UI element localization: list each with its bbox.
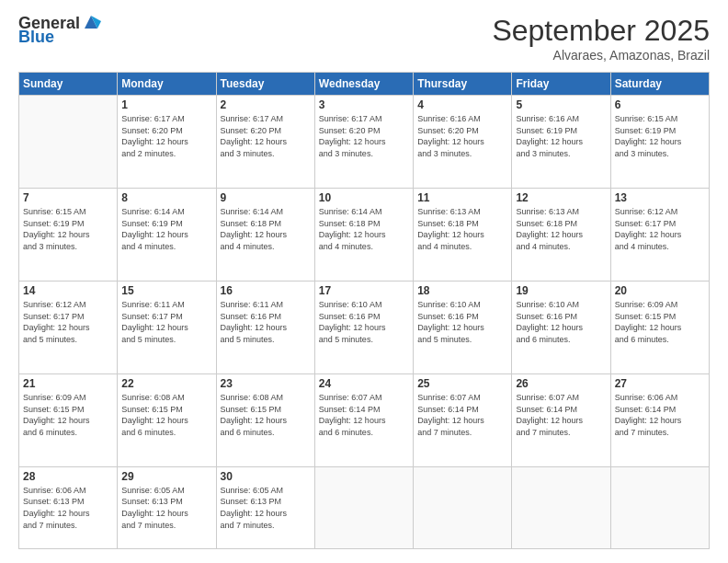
day-info: Sunrise: 6:14 AM Sunset: 6:18 PM Dayligh…: [221, 206, 311, 252]
day-number: 22: [121, 377, 211, 390]
table-row: 4Sunrise: 6:16 AM Sunset: 6:20 PM Daylig…: [414, 96, 512, 189]
day-number: 15: [121, 284, 211, 297]
col-tuesday: Tuesday: [216, 73, 314, 96]
table-row: 22Sunrise: 6:08 AM Sunset: 6:15 PM Dayli…: [118, 373, 216, 466]
logo-icon: [81, 12, 101, 32]
day-info: Sunrise: 6:06 AM Sunset: 6:13 PM Dayligh…: [23, 485, 113, 531]
day-info: Sunrise: 6:14 AM Sunset: 6:19 PM Dayligh…: [121, 206, 211, 252]
day-number: 24: [319, 377, 409, 390]
day-info: Sunrise: 6:15 AM Sunset: 6:19 PM Dayligh…: [23, 206, 113, 252]
table-row: 15Sunrise: 6:11 AM Sunset: 6:17 PM Dayli…: [118, 281, 216, 373]
subtitle: Alvaraes, Amazonas, Brazil: [492, 48, 710, 63]
table-row: 25Sunrise: 6:07 AM Sunset: 6:14 PM Dayli…: [414, 373, 512, 466]
day-info: Sunrise: 6:09 AM Sunset: 6:15 PM Dayligh…: [23, 392, 113, 438]
table-row: 26Sunrise: 6:07 AM Sunset: 6:14 PM Dayli…: [512, 373, 610, 466]
col-sunday: Sunday: [19, 73, 118, 96]
day-number: 13: [615, 191, 705, 204]
col-saturday: Saturday: [610, 73, 709, 96]
day-info: Sunrise: 6:10 AM Sunset: 6:16 PM Dayligh…: [319, 299, 409, 345]
day-number: 7: [23, 191, 113, 204]
day-info: Sunrise: 6:17 AM Sunset: 6:20 PM Dayligh…: [121, 113, 211, 159]
day-number: 30: [221, 470, 311, 483]
day-info: Sunrise: 6:12 AM Sunset: 6:17 PM Dayligh…: [615, 206, 705, 252]
col-thursday: Thursday: [414, 73, 512, 96]
table-row: 11Sunrise: 6:13 AM Sunset: 6:18 PM Dayli…: [414, 188, 512, 281]
month-title: September 2025: [492, 14, 710, 48]
table-row: 7Sunrise: 6:15 AM Sunset: 6:19 PM Daylig…: [19, 188, 118, 281]
day-info: Sunrise: 6:15 AM Sunset: 6:19 PM Dayligh…: [615, 113, 705, 159]
day-number: 14: [23, 284, 113, 297]
day-info: Sunrise: 6:14 AM Sunset: 6:18 PM Dayligh…: [319, 206, 409, 252]
day-info: Sunrise: 6:13 AM Sunset: 6:18 PM Dayligh…: [417, 206, 507, 252]
table-row: [414, 466, 512, 548]
table-row: [19, 96, 118, 189]
table-row: 29Sunrise: 6:05 AM Sunset: 6:13 PM Dayli…: [118, 466, 216, 548]
table-row: 1Sunrise: 6:17 AM Sunset: 6:20 PM Daylig…: [118, 96, 216, 189]
day-info: Sunrise: 6:12 AM Sunset: 6:17 PM Dayligh…: [23, 299, 113, 345]
table-row: 30Sunrise: 6:05 AM Sunset: 6:13 PM Dayli…: [216, 466, 314, 548]
table-row: 20Sunrise: 6:09 AM Sunset: 6:15 PM Dayli…: [610, 281, 709, 373]
day-number: 17: [319, 284, 409, 297]
day-info: Sunrise: 6:11 AM Sunset: 6:17 PM Dayligh…: [121, 299, 211, 345]
col-wednesday: Wednesday: [314, 73, 413, 96]
day-number: 11: [417, 191, 507, 204]
table-row: 8Sunrise: 6:14 AM Sunset: 6:19 PM Daylig…: [118, 188, 216, 281]
table-row: 23Sunrise: 6:08 AM Sunset: 6:15 PM Dayli…: [216, 373, 314, 466]
day-number: 1: [121, 98, 211, 111]
table-row: 16Sunrise: 6:11 AM Sunset: 6:16 PM Dayli…: [216, 281, 314, 373]
day-info: Sunrise: 6:07 AM Sunset: 6:14 PM Dayligh…: [417, 392, 507, 438]
col-friday: Friday: [512, 73, 610, 96]
logo-blue: Blue: [18, 28, 54, 47]
table-row: 10Sunrise: 6:14 AM Sunset: 6:18 PM Dayli…: [314, 188, 413, 281]
table-row: [610, 466, 709, 548]
day-info: Sunrise: 6:07 AM Sunset: 6:14 PM Dayligh…: [516, 392, 606, 438]
table-row: 13Sunrise: 6:12 AM Sunset: 6:17 PM Dayli…: [610, 188, 709, 281]
day-info: Sunrise: 6:16 AM Sunset: 6:19 PM Dayligh…: [516, 113, 606, 159]
day-number: 23: [221, 377, 311, 390]
day-number: 25: [417, 377, 507, 390]
table-row: 5Sunrise: 6:16 AM Sunset: 6:19 PM Daylig…: [512, 96, 610, 189]
page: General Blue September 2025 Alvaraes, Am…: [0, 0, 728, 563]
day-number: 16: [221, 284, 311, 297]
day-number: 9: [221, 191, 311, 204]
day-number: 12: [516, 191, 606, 204]
day-number: 5: [516, 98, 606, 111]
day-info: Sunrise: 6:06 AM Sunset: 6:14 PM Dayligh…: [615, 392, 705, 438]
table-row: 28Sunrise: 6:06 AM Sunset: 6:13 PM Dayli…: [19, 466, 118, 548]
day-info: Sunrise: 6:05 AM Sunset: 6:13 PM Dayligh…: [221, 485, 311, 531]
table-row: 6Sunrise: 6:15 AM Sunset: 6:19 PM Daylig…: [610, 96, 709, 189]
table-row: 14Sunrise: 6:12 AM Sunset: 6:17 PM Dayli…: [19, 281, 118, 373]
day-number: 18: [417, 284, 507, 297]
table-row: [512, 466, 610, 548]
day-info: Sunrise: 6:17 AM Sunset: 6:20 PM Dayligh…: [221, 113, 311, 159]
day-number: 8: [121, 191, 211, 204]
day-number: 19: [516, 284, 606, 297]
day-info: Sunrise: 6:17 AM Sunset: 6:20 PM Dayligh…: [319, 113, 409, 159]
day-info: Sunrise: 6:10 AM Sunset: 6:16 PM Dayligh…: [516, 299, 606, 345]
table-row: 9Sunrise: 6:14 AM Sunset: 6:18 PM Daylig…: [216, 188, 314, 281]
table-row: 27Sunrise: 6:06 AM Sunset: 6:14 PM Dayli…: [610, 373, 709, 466]
day-number: 28: [23, 470, 113, 483]
day-number: 26: [516, 377, 606, 390]
day-number: 29: [121, 470, 211, 483]
table-row: 18Sunrise: 6:10 AM Sunset: 6:16 PM Dayli…: [414, 281, 512, 373]
title-block: September 2025 Alvaraes, Amazonas, Brazi…: [492, 14, 710, 63]
day-number: 4: [417, 98, 507, 111]
day-info: Sunrise: 6:07 AM Sunset: 6:14 PM Dayligh…: [319, 392, 409, 438]
table-row: 2Sunrise: 6:17 AM Sunset: 6:20 PM Daylig…: [216, 96, 314, 189]
day-info: Sunrise: 6:08 AM Sunset: 6:15 PM Dayligh…: [221, 392, 311, 438]
day-number: 10: [319, 191, 409, 204]
day-info: Sunrise: 6:11 AM Sunset: 6:16 PM Dayligh…: [221, 299, 311, 345]
day-info: Sunrise: 6:16 AM Sunset: 6:20 PM Dayligh…: [417, 113, 507, 159]
day-number: 20: [615, 284, 705, 297]
day-number: 6: [615, 98, 705, 111]
day-number: 3: [319, 98, 409, 111]
day-info: Sunrise: 6:08 AM Sunset: 6:15 PM Dayligh…: [121, 392, 211, 438]
table-row: 12Sunrise: 6:13 AM Sunset: 6:18 PM Dayli…: [512, 188, 610, 281]
calendar-header-row: Sunday Monday Tuesday Wednesday Thursday…: [19, 73, 710, 96]
day-info: Sunrise: 6:05 AM Sunset: 6:13 PM Dayligh…: [121, 485, 211, 531]
day-number: 21: [23, 377, 113, 390]
day-info: Sunrise: 6:10 AM Sunset: 6:16 PM Dayligh…: [417, 299, 507, 345]
day-info: Sunrise: 6:09 AM Sunset: 6:15 PM Dayligh…: [615, 299, 705, 345]
table-row: 21Sunrise: 6:09 AM Sunset: 6:15 PM Dayli…: [19, 373, 118, 466]
